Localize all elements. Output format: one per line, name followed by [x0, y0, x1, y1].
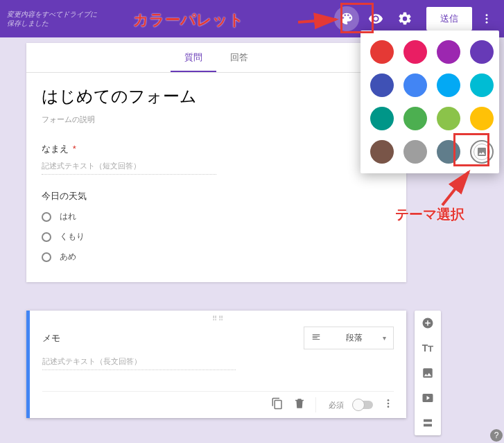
- more-menu-icon[interactable]: [476, 6, 497, 31]
- color-swatch[interactable]: [403, 73, 427, 97]
- form-description[interactable]: フォームの説明: [42, 114, 391, 125]
- add-video-icon[interactable]: [419, 390, 436, 406]
- radio-label: はれ: [60, 211, 76, 223]
- color-swatch[interactable]: [470, 107, 494, 130]
- color-swatch[interactable]: [403, 40, 427, 64]
- color-palette-popover: [360, 31, 499, 173]
- duplicate-icon[interactable]: [271, 397, 284, 412]
- question-2: 今日の天気 はれ くもり あめ: [42, 190, 391, 263]
- svg-rect-8: [424, 424, 432, 427]
- color-swatch[interactable]: [403, 140, 427, 164]
- paragraph-type-icon: [311, 332, 321, 344]
- color-swatch[interactable]: [437, 40, 460, 64]
- add-question-icon[interactable]: [419, 315, 436, 331]
- send-button[interactable]: 送信: [426, 7, 472, 31]
- color-swatch[interactable]: [437, 140, 460, 164]
- tab-questions[interactable]: 質問: [171, 43, 216, 72]
- radio-icon: [42, 212, 51, 222]
- color-swatch[interactable]: [403, 107, 427, 130]
- svg-point-5: [388, 406, 390, 408]
- question-1-text: なまえ: [42, 144, 69, 154]
- color-swatch[interactable]: [437, 73, 460, 97]
- question-toolbar: Tᴛ: [415, 311, 441, 435]
- delete-icon[interactable]: [293, 397, 306, 412]
- radio-label: あめ: [60, 251, 76, 263]
- color-swatch[interactable]: [370, 40, 394, 64]
- question-2-label: 今日の天気: [42, 190, 391, 202]
- svg-point-2: [486, 21, 488, 24]
- drag-handle-icon[interactable]: ⠿⠿: [42, 315, 394, 322]
- form-tabs: 質問 回答: [26, 43, 406, 73]
- form-card: 質問 回答 はじめてのフォーム フォームの説明 なまえ * 記述式テキスト（短文…: [26, 43, 406, 282]
- question-1: なまえ * 記述式テキスト（短文回答）: [42, 143, 391, 175]
- radio-option[interactable]: あめ: [42, 251, 391, 263]
- help-icon[interactable]: ?: [490, 429, 503, 442]
- color-swatch[interactable]: [370, 140, 394, 164]
- radio-option[interactable]: はれ: [42, 211, 391, 223]
- preview-icon[interactable]: [363, 6, 388, 31]
- required-label: 必須: [329, 400, 344, 410]
- tab-responses[interactable]: 回答: [216, 43, 262, 72]
- active-question-card: ⠿⠿ メモ 段落 ▾ 記述式テキスト（長文回答） 必須: [26, 311, 406, 418]
- radio-icon: [42, 252, 51, 262]
- settings-icon[interactable]: [392, 6, 417, 31]
- radio-option[interactable]: くもり: [42, 231, 391, 243]
- divider: [315, 397, 316, 412]
- palette-icon[interactable]: [334, 6, 359, 31]
- annotation-arrow-theme: [441, 169, 476, 211]
- required-toggle[interactable]: [354, 401, 373, 409]
- color-swatch[interactable]: [470, 40, 494, 64]
- question-more-icon[interactable]: [383, 398, 394, 412]
- form-body: はじめてのフォーム フォームの説明 なまえ * 記述式テキスト（短文回答） 今日…: [26, 73, 406, 282]
- svg-point-3: [388, 399, 390, 401]
- svg-rect-7: [424, 419, 432, 422]
- form-title[interactable]: はじめてのフォーム: [42, 85, 391, 107]
- long-answer-placeholder: 記述式テキスト（長文回答）: [42, 356, 236, 370]
- color-swatch[interactable]: [370, 73, 394, 97]
- question-title-input[interactable]: メモ: [42, 329, 290, 347]
- theme-image-button[interactable]: [470, 140, 494, 164]
- type-label: 段落: [346, 332, 363, 344]
- dropdown-arrow-icon: ▾: [383, 334, 386, 342]
- color-swatch[interactable]: [370, 107, 394, 130]
- card-footer: 必須: [42, 391, 394, 412]
- question-type-select[interactable]: 段落 ▾: [304, 327, 394, 349]
- color-swatch[interactable]: [437, 107, 460, 130]
- autosave-message: 変更内容をすべてドライブに保存しました: [7, 10, 97, 28]
- question-1-label: なまえ *: [42, 143, 391, 155]
- add-image-icon[interactable]: [419, 365, 436, 381]
- card-header-row: メモ 段落 ▾: [42, 327, 394, 349]
- svg-line-10: [442, 172, 469, 205]
- short-answer-placeholder: 記述式テキスト（短文回答）: [42, 161, 216, 175]
- required-asterisk: *: [73, 144, 76, 154]
- color-swatch[interactable]: [470, 73, 494, 97]
- svg-point-4: [388, 403, 390, 405]
- radio-label: くもり: [60, 231, 85, 243]
- svg-point-0: [486, 14, 488, 16]
- radio-icon: [42, 232, 51, 242]
- add-title-icon[interactable]: Tᴛ: [419, 340, 436, 356]
- svg-point-1: [486, 18, 488, 20]
- add-section-icon[interactable]: [419, 415, 436, 431]
